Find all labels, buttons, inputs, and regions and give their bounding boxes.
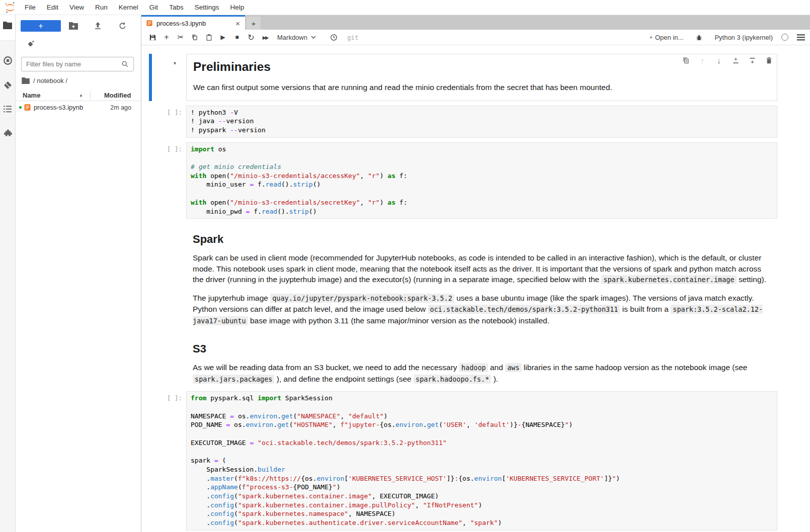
filter-files-input[interactable]: Filter files by name <box>21 57 134 71</box>
code-editor[interactable]: ! python3 -V! java --version! pyspark --… <box>186 106 777 138</box>
duplicate-cell-button[interactable] <box>681 56 690 65</box>
open-in-dropdown[interactable]: ▾ Open in... <box>650 34 683 41</box>
markdown-rendered: S3As we will be reading data from an S3 … <box>186 333 777 387</box>
cut-cells-button[interactable]: ✂ <box>174 31 188 43</box>
open-in-label: Open in... <box>655 34 683 41</box>
menu-item-file[interactable]: File <box>19 4 41 11</box>
filter-placeholder: Filter files by name <box>26 60 81 68</box>
new-launcher-button[interactable]: + <box>21 20 61 32</box>
column-header-name[interactable]: Name ▲ <box>16 91 91 100</box>
markdown-paragraph: We can first output some versions that a… <box>193 82 769 93</box>
move-cell-down-button[interactable]: ↓ <box>714 56 723 65</box>
toc-list-icon <box>3 105 12 113</box>
menu-item-tabs[interactable]: Tabs <box>164 4 189 11</box>
refresh-button[interactable] <box>110 22 135 30</box>
markdown-cell[interactable]: S3As we will be reading data from an S3 … <box>141 333 810 387</box>
code-cell[interactable]: [ ]:import os # get minio credentialswit… <box>141 142 810 219</box>
code-editor[interactable]: import os # get minio credentialswith op… <box>186 142 777 219</box>
jupyter-logo-icon <box>4 2 16 14</box>
execution-count-prompt: [ ]: <box>167 145 182 153</box>
run-cell-button[interactable]: ▶ <box>216 31 230 43</box>
sidebar-item-extensions[interactable] <box>3 128 13 138</box>
breadcrumb[interactable]: / notebook / <box>22 77 141 84</box>
sidebar-item-file-browser[interactable] <box>0 15 15 41</box>
collapse-heading-icon[interactable]: ▾ <box>174 60 176 66</box>
kernel-name[interactable]: Python 3 (ipykernel) <box>714 34 773 41</box>
cell-gutter: [ ]: <box>141 391 186 530</box>
menu-item-edit[interactable]: Edit <box>41 4 64 11</box>
hamburger-menu-icon[interactable] <box>797 34 805 41</box>
sidebar-item-table-of-contents[interactable] <box>3 105 12 113</box>
execution-history-clock-icon[interactable] <box>327 31 341 43</box>
tab-label: process-s3.ipynb <box>156 20 232 27</box>
restart-kernel-button[interactable]: ↻ <box>244 31 258 43</box>
home-folder-icon <box>22 77 30 84</box>
restart-run-all-button[interactable]: ▶▶ <box>258 31 272 43</box>
markdown-cell[interactable]: SparkSpark can be used in client mode (r… <box>141 223 810 328</box>
markdown-heading: S3 <box>193 342 769 356</box>
insert-cell-button[interactable]: + <box>159 31 174 43</box>
execution-count-prompt: [ ]: <box>167 109 182 116</box>
dropdown-caret-icon: ▾ <box>650 35 652 40</box>
puzzle-icon <box>3 128 13 138</box>
upload-button[interactable] <box>86 22 110 30</box>
markdown-rendered: SparkSpark can be used in client mode (r… <box>186 223 777 328</box>
git-init-icon <box>27 40 141 48</box>
debugger-bug-icon[interactable] <box>692 31 706 43</box>
kernel-status-icon[interactable] <box>781 34 788 41</box>
menu-bar: FileEditViewRunKernelGitTabsSettingsHelp <box>0 0 810 15</box>
git-init-button[interactable] <box>16 32 141 48</box>
new-tab-button[interactable]: + <box>247 17 261 30</box>
tab-bar: process-s3.ipynb × + <box>141 15 810 30</box>
copy-cells-button[interactable] <box>188 31 202 43</box>
paste-cells-button[interactable] <box>202 31 216 43</box>
code-cell[interactable]: [ ]:from pyspark.sql import SparkSession… <box>141 391 810 530</box>
sidebar-item-git[interactable] <box>3 80 13 90</box>
notebook-file-icon <box>24 104 31 111</box>
cell-gutter: [ ]: <box>141 142 186 219</box>
tab-process-s3[interactable]: process-s3.ipynb × <box>141 15 245 30</box>
markdown-heading: Spark <box>193 233 769 246</box>
markdown-paragraph: The jupyterhub image quay.io/jupyter/pys… <box>193 293 769 327</box>
folder-icon <box>3 22 12 29</box>
close-tab-icon[interactable]: × <box>235 19 240 28</box>
code-editor[interactable]: from pyspark.sql import SparkSession NAM… <box>186 391 777 530</box>
inline-code: aws <box>505 363 521 372</box>
sidebar-item-running-sessions[interactable] <box>3 56 13 65</box>
column-header-modified[interactable]: Modified <box>91 92 131 99</box>
plus-icon: + <box>38 22 43 30</box>
inline-code: hadoop <box>459 363 488 372</box>
chevron-down-icon <box>311 36 316 39</box>
file-row[interactable]: process-s3.ipynb 2m ago <box>16 101 141 114</box>
file-list-header: Name ▲ Modified <box>16 90 141 101</box>
menu-item-run[interactable]: Run <box>90 4 113 11</box>
execution-count-prompt: [ ]: <box>167 394 182 402</box>
menu-item-kernel[interactable]: Kernel <box>113 4 144 11</box>
insert-cell-below-button[interactable] <box>748 56 757 65</box>
menu-item-view[interactable]: View <box>64 4 90 11</box>
new-folder-button[interactable] <box>61 22 86 30</box>
cell-gutter: ▾ <box>141 54 186 101</box>
move-cell-up-button[interactable]: ↑ <box>698 56 707 65</box>
cell-gutter <box>141 333 186 387</box>
menu-item-settings[interactable]: Settings <box>189 4 225 11</box>
cell-type-dropdown[interactable]: Markdown <box>277 34 316 41</box>
code-cell[interactable]: [ ]:! python3 -V! java --version! pyspar… <box>141 106 810 138</box>
open-file-dot <box>19 106 22 109</box>
markdown-paragraph: Spark can be used in client mode (recomm… <box>193 252 769 286</box>
breadcrumb-path: / notebook / <box>33 77 67 84</box>
save-button[interactable] <box>145 31 159 43</box>
menu-item-help[interactable]: Help <box>224 4 250 11</box>
insert-cell-above-button[interactable] <box>731 56 740 65</box>
cell-type-label: Markdown <box>277 34 307 41</box>
delete-cell-button[interactable] <box>764 56 773 65</box>
git-toolbar-label: git <box>347 34 359 41</box>
sort-ascending-icon: ▲ <box>79 93 83 98</box>
notebook-toolbar: + ✂ ▶ ■ ↻ ▶▶ Markdown <box>141 30 810 45</box>
stop-kernel-button[interactable]: ■ <box>230 31 244 43</box>
menu-item-git[interactable]: Git <box>144 4 164 11</box>
file-browser-panel: + Filter files by name <box>16 15 141 532</box>
notebook-panel: process-s3.ipynb × + + ✂ ▶ ■ ↻ <box>141 15 810 532</box>
notebook-cells: ↑ ↓ ▾PreliminariesWe can first output so… <box>141 45 810 532</box>
activity-bar <box>0 15 16 532</box>
